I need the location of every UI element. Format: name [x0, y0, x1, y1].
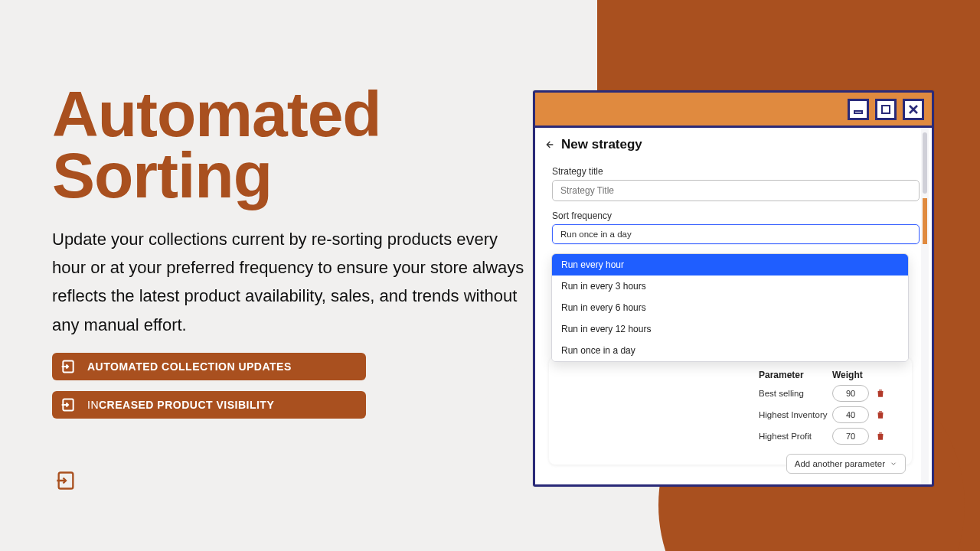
svg-rect-3: [854, 111, 862, 113]
dropdown-option[interactable]: Run in every 6 hours: [552, 297, 908, 318]
feature-pill-2-prefix: IN: [87, 399, 99, 411]
parameter-header: Parameter Weight: [759, 370, 912, 380]
add-parameter-button[interactable]: Add another parameter: [786, 454, 906, 474]
trash-icon[interactable]: [875, 388, 886, 399]
parameter-row: Highest Inventory 40: [759, 406, 912, 423]
parameter-weight-input[interactable]: 90: [832, 385, 869, 402]
trash-icon[interactable]: [875, 409, 886, 420]
headline-line2: Sorting: [52, 139, 272, 211]
strategy-title-label: Strategy title: [552, 166, 920, 177]
scroll-thumb[interactable]: [923, 132, 927, 194]
login-icon: [60, 358, 77, 375]
window-maximize-button[interactable]: [875, 99, 897, 120]
parameter-name: Best selling: [759, 389, 832, 398]
login-icon: [60, 396, 77, 413]
strategy-title-input[interactable]: [552, 180, 920, 201]
add-layer-button[interactable]: Add another layer: [807, 486, 906, 487]
strategy-form: Strategy title Sort frequency Run once i…: [535, 166, 932, 244]
feature-pill-2-label: CREASED PRODUCT VISIBILITY: [99, 399, 274, 411]
headline: Automated Sorting: [52, 84, 527, 207]
page-title: New strategy: [561, 137, 642, 152]
scroll-accent: [923, 198, 927, 244]
parameter-header-weight: Weight: [832, 370, 878, 380]
add-parameter-label: Add another parameter: [795, 459, 885, 468]
window-minimize-button[interactable]: [848, 99, 869, 120]
feature-pill-2: INCREASED PRODUCT VISIBILITY: [52, 391, 366, 419]
dropdown-option[interactable]: Run in every 3 hours: [552, 276, 908, 297]
svg-rect-4: [882, 106, 890, 113]
dropdown-option[interactable]: Run in every 12 hours: [552, 318, 908, 340]
dropdown-option[interactable]: Run every hour: [552, 254, 908, 276]
add-parameter-wrap: Add another parameter: [786, 445, 906, 474]
trash-icon[interactable]: [875, 431, 886, 442]
parameter-name: Highest Profit: [759, 432, 832, 441]
parameter-section: Parameter Weight Best selling 90 Highest…: [759, 370, 912, 445]
sort-frequency-label: Sort frequency: [552, 210, 920, 221]
page-header: New strategy: [535, 128, 932, 160]
feature-pill-1: AUTOMATED COLLECTION UPDATES: [52, 353, 366, 380]
app-window: New strategy Strategy title Sort frequen…: [533, 90, 934, 487]
window-close-button[interactable]: [903, 99, 924, 120]
sort-frequency-select[interactable]: Run once in a day: [552, 224, 920, 244]
chevron-down-icon: [890, 460, 897, 468]
feature-pill-1-label: AUTOMATED COLLECTION UPDATES: [87, 360, 292, 373]
window-titlebar: [535, 93, 932, 128]
parameter-name: Highest Inventory: [759, 410, 832, 419]
back-arrow-icon[interactable]: [543, 139, 555, 151]
add-layer-wrap: Add another layer: [807, 477, 906, 487]
parameter-row: Highest Profit 70: [759, 428, 912, 445]
parameter-weight-input[interactable]: 70: [832, 428, 869, 445]
parameter-weight-input[interactable]: 40: [832, 406, 869, 423]
login-icon-ghost: [55, 470, 77, 491]
description-text: Update your collections current by re-so…: [52, 225, 527, 340]
parameter-row: Best selling 90: [759, 385, 912, 402]
app-scrollbar[interactable]: [921, 128, 929, 484]
parameter-header-name: Parameter: [759, 370, 832, 380]
app-body: New strategy Strategy title Sort frequen…: [535, 128, 932, 484]
dropdown-option[interactable]: Run once in a day: [552, 340, 908, 361]
sort-frequency-value: Run once in a day: [560, 230, 632, 239]
marketing-column: Automated Sorting Update your collection…: [52, 84, 527, 419]
sort-frequency-dropdown: Run every hour Run in every 3 hours Run …: [551, 253, 909, 362]
